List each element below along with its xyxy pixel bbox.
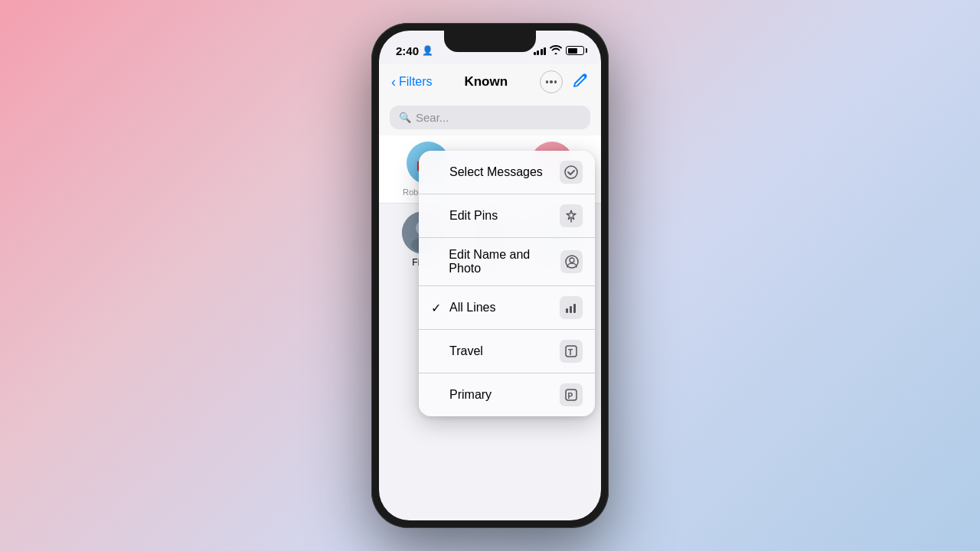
menu-item-left-edit: ✓ Edit Name and Photo (431, 248, 560, 276)
svg-text:T: T (568, 348, 573, 357)
signal-bar-1 (534, 52, 536, 55)
more-options-button[interactable] (540, 70, 563, 93)
dots-icon (546, 80, 557, 83)
select-messages-icon (560, 161, 583, 184)
time-display: 2:40 (396, 44, 419, 57)
edit-name-photo-label: Edit Name and Photo (449, 248, 560, 276)
phone-screen: 2:40 👤 (379, 31, 601, 520)
search-icon: 🔍 (399, 112, 411, 123)
svg-point-9 (565, 166, 577, 178)
menu-item-edit-pins[interactable]: ✓ Edit Pins (419, 194, 595, 238)
dropdown-overlay: ✓ Select Messages (379, 135, 601, 520)
menu-item-left-primary: ✓ Primary (431, 388, 492, 403)
svg-rect-15 (573, 304, 576, 313)
edit-pins-icon (560, 204, 583, 227)
menu-item-travel[interactable]: ✓ Travel T (419, 330, 595, 373)
battery-fill (568, 48, 577, 54)
edit-pins-label: Edit Pins (449, 209, 498, 223)
signal-bar-4 (544, 47, 546, 55)
svg-rect-14 (570, 306, 572, 313)
compose-button[interactable] (572, 72, 589, 93)
back-button[interactable]: ‹ Filters (391, 74, 433, 90)
all-lines-checkmark: ✓ (431, 301, 443, 315)
battery-icon (566, 46, 584, 55)
content-area: 🤖 Robôs da A... (379, 135, 601, 520)
menu-item-left-pins: ✓ Edit Pins (431, 209, 498, 223)
nav-bar: ‹ Filters Known (379, 64, 601, 101)
menu-item-edit-name-photo[interactable]: ✓ Edit Name and Photo (419, 238, 595, 286)
wifi-icon (550, 45, 562, 57)
person-status-icon: 👤 (422, 45, 433, 56)
dot-2 (550, 80, 553, 83)
svg-point-12 (570, 258, 574, 262)
signal-bars (534, 46, 547, 55)
search-input[interactable]: Sear... (416, 111, 449, 124)
dot-1 (546, 80, 549, 83)
search-bar[interactable]: 🔍 Sear... (390, 106, 590, 129)
menu-item-left-lines: ✓ All Lines (431, 301, 495, 315)
all-lines-icon (560, 296, 583, 319)
all-lines-label: All Lines (449, 301, 495, 315)
select-messages-label: Select Messages (449, 165, 543, 179)
travel-label: Travel (449, 344, 483, 358)
back-chevron-icon: ‹ (391, 74, 396, 90)
status-right (534, 45, 585, 57)
svg-text:P: P (568, 392, 573, 400)
menu-item-select-messages[interactable]: ✓ Select Messages (419, 151, 595, 194)
status-time: 2:40 👤 (396, 44, 433, 57)
primary-icon: P (560, 383, 583, 406)
travel-icon: T (560, 340, 583, 363)
menu-item-left-travel: ✓ Travel (431, 344, 483, 359)
menu-item-left-select: ✓ Select Messages (431, 165, 543, 180)
primary-label: Primary (449, 388, 492, 402)
nav-title: Known (464, 74, 508, 90)
svg-rect-13 (566, 308, 568, 313)
menu-item-all-lines[interactable]: ✓ All Lines (419, 286, 595, 330)
menu-item-primary[interactable]: ✓ Primary P (419, 373, 595, 416)
back-label: Filters (399, 75, 433, 89)
signal-bar-2 (537, 51, 539, 55)
nav-actions (540, 70, 589, 93)
search-bar-wrapper: 🔍 Sear... (379, 101, 601, 135)
notch (444, 31, 536, 52)
edit-name-photo-icon (560, 250, 583, 273)
dot-3 (554, 80, 557, 83)
phone-frame: 2:40 👤 (371, 23, 609, 528)
dropdown-menu: ✓ Select Messages (419, 151, 595, 416)
signal-bar-3 (541, 49, 543, 55)
